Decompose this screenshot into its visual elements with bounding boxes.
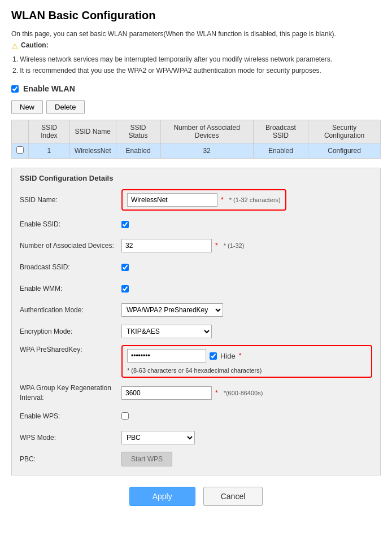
wpa-group-required: * (215, 389, 218, 397)
col-ssid-name: SSID Name (69, 120, 116, 143)
table-row[interactable]: 1 WirelessNet Enabled 32 Enabled Configu… (12, 143, 381, 159)
col-num-devices: Number of Associated Devices (160, 120, 253, 143)
caution-label: Caution: (21, 41, 49, 49)
enable-wmm-checkbox[interactable] (121, 285, 129, 292)
auth-mode-control: Open WPA-PSK WPA2-PSK WPA/WPA2 PreShared… (121, 303, 372, 317)
ssid-table: SSID Index SSID Name SSID Status Number … (11, 120, 381, 159)
row-ssid-index: 1 (29, 143, 70, 159)
row-num-devices: 32 (160, 143, 253, 159)
enable-ssid-label: Enable SSID: (20, 220, 121, 229)
new-button[interactable]: New (11, 100, 43, 114)
enc-mode-row: Encryption Mode: TKIP AES TKIP&AES (20, 324, 372, 339)
broadcast-ssid-label: Broadcast SSID: (20, 263, 121, 272)
wps-mode-select[interactable]: PBC PIN (121, 431, 195, 444)
action-row: Apply Cancel (11, 487, 381, 506)
broadcast-ssid-row: Broadcast SSID: (20, 259, 372, 275)
col-ssid-index: SSID Index (29, 120, 70, 143)
enc-mode-control: TKIP AES TKIP&AES (121, 325, 372, 338)
wpa-key-outline: Hide * * (8-63 characters or 64 hexadeci… (121, 345, 372, 378)
auth-mode-label: Authentication Mode: (20, 305, 121, 315)
enable-wps-control (121, 412, 372, 420)
col-ssid-status: SSID Status (116, 120, 160, 143)
enable-wmm-control (121, 285, 372, 292)
start-wps-button[interactable]: Start WPS (121, 452, 172, 466)
ssid-name-input[interactable] (127, 193, 217, 207)
wpa-group-control: * *(600-86400s) (121, 386, 372, 400)
wps-mode-row: WPS Mode: PBC PIN (20, 430, 372, 446)
wpa-group-hint: *(600-86400s) (224, 390, 263, 396)
ssid-name-control: * * (1-32 characters) (121, 189, 372, 211)
wpa-key-hint: * (8-63 characters or 64 hexadecimal cha… (127, 367, 262, 374)
wpa-key-input[interactable] (127, 349, 206, 363)
col-broadcast-ssid: Broadcast SSID (253, 120, 308, 143)
num-devices-input[interactable] (121, 239, 212, 252)
row-checkbox-cell[interactable] (12, 143, 29, 159)
caution-row: ⚠ Caution: (11, 41, 381, 53)
pbc-row: PBC: Start WPS (20, 451, 372, 467)
ssid-name-row: SSID Name: * * (1-32 characters) (20, 189, 372, 211)
enable-wmm-row: Enable WMM: (20, 281, 372, 296)
row-ssid-status: Enabled (116, 143, 160, 159)
num-devices-hint: * (1-32) (224, 242, 245, 249)
num-devices-label: Number of Associated Devices: (20, 241, 121, 251)
num-devices-control: * * (1-32) (121, 239, 372, 252)
wpa-key-hide-checkbox[interactable] (210, 352, 217, 360)
num-devices-required: * (215, 242, 218, 250)
enable-wlan-checkbox[interactable] (11, 85, 19, 93)
auth-mode-select[interactable]: Open WPA-PSK WPA2-PSK WPA/WPA2 PreShared… (121, 303, 223, 317)
enable-wlan-label: Enable WLAN (23, 84, 75, 93)
num-devices-row: Number of Associated Devices: * * (1-32) (20, 238, 372, 254)
intro-text: On this page, you can set basic WLAN par… (11, 29, 381, 39)
config-section-title: SSID Configuration Details (20, 174, 372, 182)
enable-ssid-checkbox[interactable] (121, 221, 129, 228)
wps-mode-label: WPS Mode: (20, 433, 121, 443)
row-checkbox[interactable] (16, 146, 24, 154)
delete-button[interactable]: Delete (46, 100, 85, 114)
enable-wmm-label: Enable WMM: (20, 284, 121, 294)
caution-icon: ⚠ (11, 41, 19, 53)
row-ssid-name: WirelessNet (69, 143, 116, 159)
pbc-label: PBC: (20, 455, 121, 464)
wpa-key-hide-label: Hide (220, 352, 236, 360)
ssid-name-label: SSID Name: (20, 195, 121, 205)
enable-ssid-row: Enable SSID: (20, 216, 372, 232)
apply-button[interactable]: Apply (129, 487, 195, 506)
row-broadcast-ssid: Enabled (253, 143, 308, 159)
col-security-config: Security Configuration (308, 120, 381, 143)
page-title: WLAN Basic Configuration (11, 9, 381, 22)
enc-mode-label: Encryption Mode: (20, 327, 121, 337)
ssid-name-hint: * (1-32 characters) (229, 197, 281, 203)
cancel-button[interactable]: Cancel (203, 487, 263, 506)
wpa-group-input[interactable] (121, 386, 212, 400)
wpa-group-row: WPA Group Key Regeneration Interval: * *… (20, 383, 372, 403)
enable-wps-checkbox[interactable] (121, 412, 129, 420)
wps-mode-control: PBC PIN (121, 431, 372, 444)
wpa-key-label: WPA PreSharedKey: (20, 345, 121, 355)
enable-wlan-row: Enable WLAN (11, 84, 381, 93)
wpa-key-required: * (239, 352, 242, 360)
enc-mode-select[interactable]: TKIP AES TKIP&AES (121, 325, 212, 338)
enable-wps-row: Enable WPS: (20, 408, 372, 424)
enable-ssid-control (121, 221, 372, 228)
note-2: 2. It is recommended that you use the WP… (12, 65, 381, 76)
row-security-config: Configured (308, 143, 381, 159)
config-section: SSID Configuration Details SSID Name: * … (11, 168, 381, 475)
ssid-name-outline: * * (1-32 characters) (121, 189, 286, 211)
col-checkbox (12, 120, 29, 143)
wpa-key-row: WPA PreSharedKey: Hide * * (8-63 charact… (20, 345, 372, 378)
broadcast-ssid-checkbox[interactable] (121, 264, 129, 271)
wpa-key-control: Hide * * (8-63 characters or 64 hexadeci… (121, 345, 372, 378)
enable-wps-label: Enable WPS: (20, 412, 121, 421)
auth-mode-row: Authentication Mode: Open WPA-PSK WPA2-P… (20, 302, 372, 318)
ssid-name-required: * (221, 196, 224, 204)
note-1: 1. Wireless network services may be inte… (12, 54, 381, 65)
broadcast-ssid-control (121, 264, 372, 271)
wpa-group-label: WPA Group Key Regeneration Interval: (20, 383, 121, 403)
pbc-control: Start WPS (121, 452, 372, 466)
table-button-row: New Delete (11, 100, 381, 114)
notes: 1. Wireless network services may be inte… (11, 54, 381, 77)
